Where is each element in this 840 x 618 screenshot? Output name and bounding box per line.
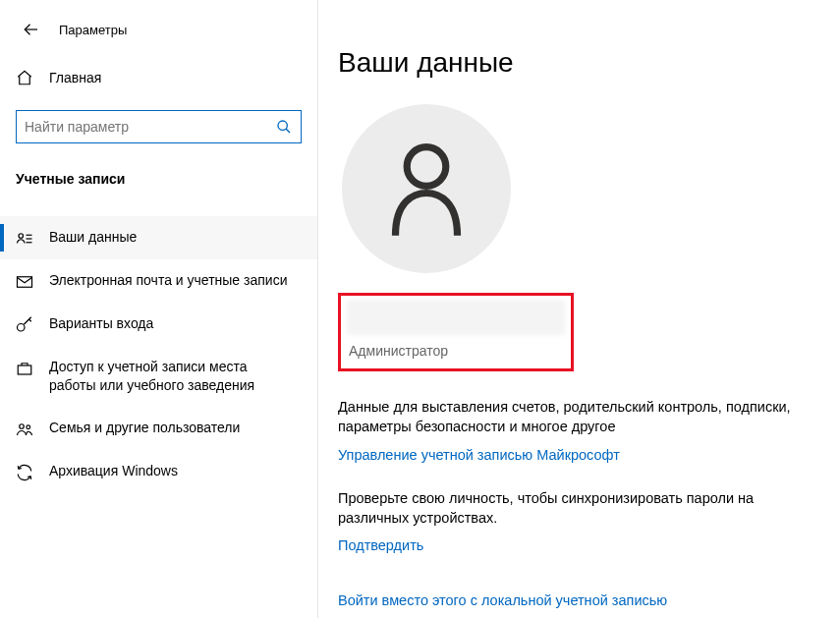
svg-rect-11	[18, 365, 31, 374]
svg-point-13	[27, 425, 30, 429]
account-name-box: Администратор	[338, 293, 574, 371]
verify-block: Проверьте свою личность, чтобы синхрониз…	[338, 488, 800, 554]
svg-point-1	[278, 121, 287, 130]
main-content: Ваши данные Администратор Данные для выс…	[318, 0, 840, 618]
sidebar-section-header: Учетные записи	[0, 171, 317, 187]
back-button[interactable]	[16, 14, 47, 45]
manage-account-link[interactable]: Управление учетной записью Майкрософт	[338, 447, 620, 463]
mail-icon	[16, 273, 37, 291]
verify-link[interactable]: Подтвердить	[338, 537, 423, 553]
sidebar-home[interactable]: Главная	[0, 63, 317, 92]
sidebar-item-label: Варианты входа	[49, 314, 161, 333]
arrow-left-icon	[23, 21, 40, 38]
sidebar-item-label: Архивация Windows	[49, 462, 186, 480]
id-card-icon	[16, 230, 37, 248]
search-box[interactable]	[16, 110, 302, 143]
avatar-container	[342, 104, 840, 273]
sidebar-item-email-accounts[interactable]: Электронная почта и учетные записи	[0, 259, 317, 303]
search-icon	[275, 119, 293, 135]
svg-point-12	[20, 424, 25, 429]
titlebar: Параметры	[0, 14, 317, 45]
search-input[interactable]	[25, 111, 275, 142]
sidebar-item-label: Доступ к учетной записи места работы или…	[49, 358, 302, 395]
briefcase-icon	[16, 360, 37, 377]
svg-point-14	[407, 147, 446, 187]
home-icon	[16, 69, 37, 86]
window-title: Параметры	[59, 23, 127, 37]
avatar[interactable]	[342, 104, 511, 273]
svg-line-10	[29, 319, 31, 321]
svg-point-3	[19, 234, 24, 239]
account-name-redacted	[347, 300, 565, 335]
sidebar-item-family[interactable]: Семья и другие пользователи	[0, 407, 317, 450]
key-icon	[16, 316, 37, 334]
sidebar-item-label: Семья и другие пользователи	[49, 419, 248, 437]
sidebar-item-backup[interactable]: Архивация Windows	[0, 450, 317, 493]
sidebar-item-signin-options[interactable]: Варианты входа	[0, 303, 317, 346]
sidebar-item-label: Электронная почта и учетные записи	[49, 271, 295, 290]
sidebar: Параметры Главная Учетные записи Ваши да…	[0, 0, 318, 618]
person-icon	[382, 140, 471, 238]
verify-text: Проверьте свою личность, чтобы синхрониз…	[338, 488, 800, 529]
page-title: Ваши данные	[338, 47, 840, 79]
svg-point-8	[18, 324, 26, 332]
sidebar-item-your-info[interactable]: Ваши данные	[0, 216, 317, 259]
svg-line-2	[286, 129, 290, 133]
account-role: Администратор	[347, 343, 565, 359]
sidebar-item-work-school[interactable]: Доступ к учетной записи места работы или…	[0, 346, 317, 407]
billing-block: Данные для выставления счетов, родительс…	[338, 397, 800, 463]
sidebar-item-label: Ваши данные	[49, 228, 144, 247]
billing-text: Данные для выставления счетов, родительс…	[338, 397, 800, 437]
local-account-link[interactable]: Войти вместо этого с локальной учетной з…	[338, 592, 667, 608]
sync-icon	[16, 464, 37, 481]
svg-rect-7	[18, 277, 32, 288]
sidebar-home-label: Главная	[49, 70, 101, 85]
people-icon	[16, 421, 37, 438]
